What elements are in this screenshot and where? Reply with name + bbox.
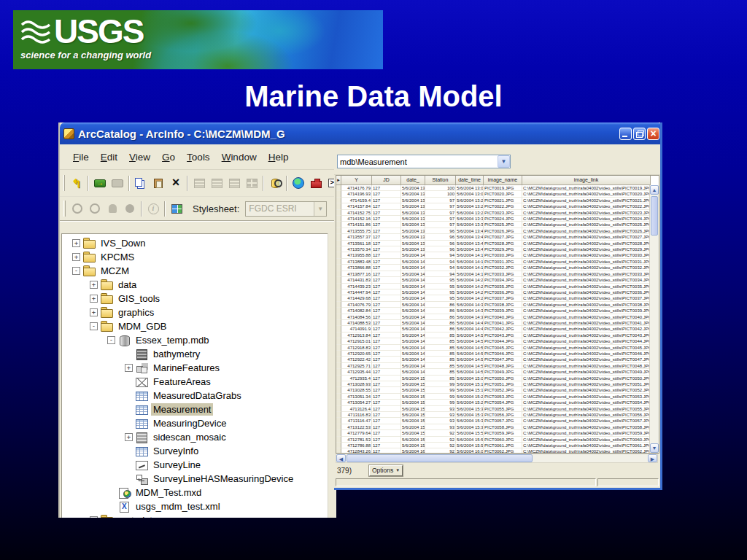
tree-item-surveylinehasmeasuringdevice[interactable]: SurveyLineHASMeasuringDevice (62, 472, 336, 486)
table-row[interactable]: 4712918.831275/6/2004 14:855/6/2004 14:5… (336, 345, 649, 351)
tree-item-surveyinfo[interactable]: SurveyInfo (62, 444, 336, 458)
delete-button[interactable] (167, 175, 185, 192)
table-row[interactable]: 4713116.471275/6/2004 15:935/6/2004 15:3… (336, 418, 649, 424)
menu-tools[interactable]: Tools (181, 150, 216, 164)
table-row[interactable]: 4712915.011275/6/2004 14:855/6/2004 14:5… (336, 338, 649, 344)
expander-icon[interactable]: + (90, 516, 98, 518)
location-dropdown[interactable]: mdb\Measurement ▼ (337, 155, 511, 168)
close-button[interactable] (647, 128, 659, 140)
tree-item-marinefeatures[interactable]: +MarineFeatures (62, 361, 336, 375)
table-row[interactable]: 4712786.881275/6/2004 15:925/6/2004 15:5… (336, 443, 649, 448)
table-row[interactable]: 4714431.831275/6/2004 14:955/6/2004 14:2… (336, 277, 649, 283)
table-row[interactable]: 4714429.681275/6/2004 14:955/6/2004 14:2… (336, 295, 649, 301)
table-row[interactable]: 4713570.341275/6/2004 13:965/6/2004 13:4… (336, 246, 649, 252)
scroll-down-icon[interactable]: ▼ (650, 443, 659, 453)
tree-item-measureddatagrabs[interactable]: MeasuredDataGrabs (62, 389, 336, 402)
table-window-titlebar[interactable] (334, 122, 662, 144)
expander-icon[interactable]: + (90, 308, 98, 316)
expander-icon[interactable]: - (107, 336, 115, 344)
table-row[interactable]: 4713028.551275/6/2004 15:995/6/2004 15:1… (336, 387, 649, 393)
vertical-scrollbar[interactable]: ▲ ▼ (649, 185, 659, 453)
expander-icon[interactable]: + (125, 433, 133, 441)
tree-item-gis_tools[interactable]: +GIS_tools (62, 292, 336, 306)
table-row[interactable]: 4713054.271275/6/2004 15:995/6/2004 15:2… (336, 400, 649, 405)
expander-icon[interactable]: + (125, 364, 133, 372)
chevron-down-icon[interactable]: ▼ (498, 155, 510, 168)
table-row[interactable]: 4713126.41275/6/2004 15:935/6/2004 15:34… (336, 406, 649, 412)
tree-item-kpcms[interactable]: +KPCMS (62, 250, 336, 264)
table-row[interactable]: 4712935.441275/6/2004 14:855/6/2004 14:5… (336, 369, 649, 375)
tree-item-ivs_down[interactable]: +IVS_Down (62, 236, 336, 250)
menu-go[interactable]: Go (156, 150, 181, 164)
launch-arcmap-button[interactable] (290, 175, 307, 192)
options-button[interactable]: Options ▼ (369, 465, 403, 476)
menu-help[interactable]: Help (263, 150, 295, 164)
table-row[interactable]: 4714091.91275/6/2004 14:865/6/2004 14:41… (336, 326, 649, 332)
column-header-date_[interactable]: date_ (401, 176, 425, 185)
table-row[interactable]: 4712779.641275/6/2004 15:925/6/2004 15:5… (336, 430, 649, 436)
scroll-left-icon[interactable]: ◀ (336, 454, 346, 462)
table-row[interactable]: 4712935.41275/6/2004 15:855/6/2004 15:00… (336, 376, 649, 381)
search-button[interactable] (266, 175, 284, 192)
table-row[interactable]: 4713122.531275/6/2004 15:935/6/2004 15:3… (336, 424, 649, 430)
connect-folder-button[interactable] (91, 175, 109, 192)
table-row[interactable]: 4714082.841275/6/2004 14:865/6/2004 14:3… (336, 308, 649, 314)
column-header-image_link[interactable]: image_link (522, 176, 651, 185)
tree-item-mdm_gdb[interactable]: -MDM_GDB (62, 319, 336, 333)
arctoolbox-button[interactable] (307, 175, 325, 192)
tree-item-sidescan_mosaic[interactable]: +sidescan_mosaic (62, 430, 336, 444)
table-row[interactable]: 4713866.881275/6/2004 14:945/6/2004 14:1… (336, 265, 649, 271)
table-row[interactable]: 4714084.561275/6/2004 14:865/6/2004 14:3… (336, 314, 649, 320)
table-row[interactable]: 4714152.751275/6/2004 13:975/6/2004 13:2… (336, 210, 649, 216)
menu-window[interactable]: Window (216, 150, 263, 164)
horizontal-scroll-thumb[interactable] (347, 454, 533, 462)
scroll-up-icon[interactable]: ▲ (650, 185, 659, 195)
table-row[interactable]: 4713051.341275/6/2004 15:995/6/2004 15:2… (336, 394, 649, 400)
up-one-level-button[interactable] (68, 175, 85, 192)
minimize-button[interactable] (619, 128, 632, 140)
table-row[interactable]: 4713028.931275/6/2004 15:995/6/2004 15:1… (336, 381, 649, 387)
table-row[interactable]: 4714152.161275/6/2004 13:975/6/2004 13:3… (336, 216, 649, 222)
table-row[interactable]: 4714151.861275/6/2004 13:975/6/2004 13:3… (336, 222, 649, 228)
expander-icon[interactable]: - (72, 267, 80, 275)
table-row[interactable]: 4712922.421275/6/2004 14:855/6/2004 14:5… (336, 357, 649, 362)
column-header-date_time[interactable]: date_time (456, 176, 484, 185)
tree-item-featureareas[interactable]: FeatureAreas (62, 375, 336, 389)
table-row[interactable]: 4713883.481275/6/2004 14:945/6/2004 14:1… (336, 259, 649, 265)
table-row[interactable]: 4713555.751275/6/2004 13:965/6/2004 13:4… (336, 228, 649, 234)
tree-item-measurement[interactable]: Measurement (62, 402, 336, 416)
column-header-station[interactable]: Station (425, 176, 456, 185)
row-selector-header[interactable]: ▸ (336, 176, 341, 185)
menu-view[interactable]: View (123, 150, 156, 164)
table-row[interactable]: 4714157.841275/6/2004 13:975/6/2004 13:2… (336, 203, 649, 209)
tree-item-usgs_mdm_test.xml[interactable]: usgs_mdm_test.xml (62, 499, 336, 513)
toolbar-grip[interactable] (63, 175, 65, 191)
expander-icon[interactable]: + (72, 239, 80, 247)
table-row[interactable]: 4712781.531275/6/2004 15:925/6/2004 15:5… (336, 437, 649, 443)
tree-item-essex_temp.mdb[interactable]: -Essex_temp.mdb (62, 333, 336, 347)
horizontal-scrollbar[interactable]: ◀ ▶ (336, 454, 658, 463)
create-thumbnail-button[interactable] (168, 201, 185, 217)
table-row[interactable]: 4712920.651275/6/2004 14:855/6/2004 14:5… (336, 351, 649, 357)
tree-item-measuringdevice[interactable]: MeasuringDevice (62, 416, 336, 430)
restore-button[interactable] (633, 128, 646, 140)
table-row[interactable]: 4714439.231275/6/2004 14:955/6/2004 14:2… (336, 284, 649, 289)
column-header-image_name[interactable]: image_name (484, 176, 522, 185)
table-row[interactable]: 4712843.261275/6/2004 16:925/6/2004 16:0… (336, 448, 649, 453)
column-header-jd[interactable]: JD (372, 176, 401, 185)
tree-item-mczm[interactable]: -MCZM (62, 264, 336, 278)
expander-icon[interactable]: + (90, 295, 98, 303)
vertical-scroll-thumb[interactable] (651, 196, 658, 236)
column-header-y[interactable]: Y (341, 176, 372, 185)
toolbar-grip[interactable] (63, 201, 66, 217)
arccatalog-titlebar[interactable]: ArcCatalog - ArcInfo - C:\MCZM\MDM_G (60, 122, 336, 144)
expander-icon[interactable]: + (72, 253, 80, 261)
scroll-right-icon[interactable]: ▶ (648, 454, 657, 462)
menu-file[interactable]: File (67, 150, 95, 164)
stylesheet-dropdown[interactable]: FGDC ESRI▼ (245, 201, 327, 217)
table-row[interactable]: 4714076.791275/6/2004 14:865/6/2004 14:3… (336, 302, 649, 308)
tree-item-graphics[interactable]: +graphics (62, 306, 336, 319)
table-row[interactable]: 4714088.531275/6/2004 14:865/6/2004 14:4… (336, 320, 649, 326)
table-row[interactable]: 4714176.791275/6/2004 13:1005/6/2004 13:… (336, 185, 649, 191)
table-row[interactable]: 4713955.881275/6/2004 14:945/6/2004 14:1… (336, 252, 649, 258)
